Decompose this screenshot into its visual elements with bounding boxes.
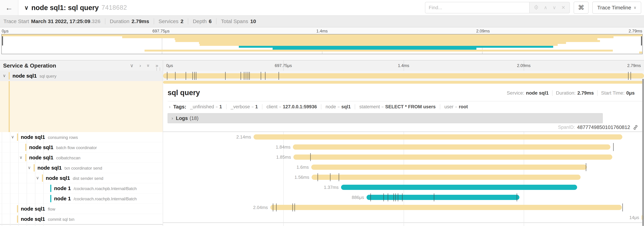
span-tree-column: ∨node sql1sql query ∨node sql1consuming …	[0, 71, 163, 226]
tag-value: SELECT * FROM users	[385, 104, 436, 110]
trace-timeline-dropdown[interactable]: Trace Timeline ∨	[592, 2, 641, 14]
span-detail-header: sql query Service:node sql1Duration:2.79…	[168, 84, 644, 99]
log-tick	[434, 193, 434, 201]
chevron-down-icon[interactable]: ∨	[3, 73, 6, 78]
ruler-gridline	[404, 60, 404, 71]
span-operation-name: batch flow coordinator	[56, 145, 97, 150]
tree-row[interactable]: node sql1commit sql txn	[0, 214, 163, 224]
tag-item[interactable]: node=sql1	[326, 104, 350, 110]
span-id-row: SpanID: 4877749850101760812	[558, 124, 638, 130]
span-bar-row[interactable]: 1.56ms	[163, 172, 644, 182]
scrollbar-thumb[interactable]	[642, 79, 644, 226]
ruler-gridline	[283, 60, 284, 71]
tag-item[interactable]: user=root	[444, 104, 468, 110]
tree-row[interactable]: node 1/cockroach.roachpb.Internal/Batch	[0, 193, 163, 204]
span-color-bar	[34, 164, 35, 171]
chevron-down-icon[interactable]: ∨	[11, 135, 14, 139]
tree-row[interactable]: node sql1batch flow coordinator	[0, 142, 163, 153]
trace-info-value: 2	[180, 19, 184, 24]
log-tick	[388, 193, 388, 201]
chevron-down-icon[interactable]: ∨	[36, 175, 39, 180]
tag-key: _unfinished	[190, 104, 214, 110]
span-bar-row[interactable]: 1.37ms	[163, 182, 644, 192]
span-bar[interactable]	[366, 195, 520, 200]
logs-row[interactable]: › Logs (18)	[168, 113, 603, 123]
tag-key: statement	[359, 104, 380, 110]
span-bar-row[interactable]	[163, 71, 644, 81]
span-service-name: node sql1colbatchscan	[29, 155, 80, 161]
minimap-canvas[interactable]	[2, 34, 642, 54]
span-bar-row[interactable]: 1.85ms	[163, 152, 644, 162]
logs-title: Logs	[176, 115, 188, 121]
span-bar[interactable]	[293, 144, 610, 150]
span-bar[interactable]	[311, 164, 587, 170]
keyboard-shortcuts-button[interactable]: ⌘	[574, 2, 588, 14]
chevron-down-icon[interactable]: ∨	[20, 155, 22, 160]
time-tick-label: 2.09ms	[476, 29, 490, 34]
log-tick	[273, 203, 273, 211]
vertical-scrollbar[interactable]	[642, 71, 644, 226]
collapse-all-icon[interactable]: »	[146, 64, 151, 67]
clear-find-icon[interactable]: ✕	[561, 5, 565, 10]
trace-collapse-chevron-icon[interactable]: ∨	[24, 4, 28, 11]
tree-row[interactable]: ∨node sql1txn coordinator send	[0, 163, 163, 173]
span-bar-row[interactable]: 2.14ms	[163, 132, 644, 142]
tag-item[interactable]: client=127.0.0.1:59936	[266, 104, 317, 110]
expand-one-icon[interactable]: ›	[140, 63, 141, 68]
tree-row[interactable]: node 1/cockroach.roachpb.Internal/Batch	[0, 183, 163, 193]
span-meta-item: Start Time:0μs	[597, 90, 638, 96]
divider	[440, 104, 440, 109]
back-button[interactable]: ←	[0, 0, 18, 15]
span-bar[interactable]	[270, 205, 622, 210]
span-duration-label: 1.6ms	[296, 162, 309, 172]
deep-link-icon[interactable]	[633, 125, 638, 130]
tree-row[interactable]: ∨node sql1sql query	[0, 71, 163, 81]
divider	[262, 104, 262, 109]
divider	[355, 104, 355, 109]
span-bar[interactable]	[163, 73, 644, 78]
tree-row[interactable]: ∨node sql1dist sender send	[0, 173, 163, 183]
tree-row[interactable]: node sql1flow	[0, 204, 163, 214]
find-group: ∧ ∨ ✕	[425, 2, 570, 13]
span-bar-row[interactable]: 886μs	[163, 192, 644, 202]
tag-item[interactable]: _unfinished=1	[190, 104, 222, 110]
span-bar[interactable]	[294, 154, 612, 160]
chevron-right-icon: ›	[172, 116, 173, 121]
span-bar[interactable]	[254, 134, 622, 140]
span-bar-row[interactable]: 14μs	[163, 212, 644, 222]
timeline-minimap: 0μs697.75μs1.4ms2.09ms2.79ms	[0, 28, 644, 60]
divider	[321, 104, 321, 109]
find-tools: ∧ ∨ ✕	[529, 2, 570, 13]
column-resize-handle[interactable]: ❘❘	[155, 67, 162, 71]
span-operation-name: consuming rows	[48, 135, 78, 140]
tags-row[interactable]: › Tags: _unfinished=1_verbose=1client=12…	[168, 102, 644, 112]
span-bar-row[interactable]: 1.6ms	[163, 162, 644, 172]
prev-match-icon[interactable]: ∧	[544, 5, 548, 10]
span-meta-label: Start Time:	[601, 90, 624, 96]
span-service-name: node sql1consuming rows	[21, 134, 78, 140]
log-tick	[370, 193, 371, 201]
collapse-one-icon[interactable]: ∨	[130, 63, 134, 68]
find-input[interactable]	[425, 2, 529, 13]
next-match-icon[interactable]: ∨	[552, 5, 556, 10]
selected-span-bar[interactable]	[163, 81, 644, 84]
tag-item[interactable]: statement=SELECT * FROM users	[359, 104, 436, 110]
span-bar-row[interactable]: 2.04ms	[163, 202, 644, 212]
span-bar-row[interactable]: 1.84ms	[163, 142, 644, 152]
span-operation-name: sql query	[40, 74, 56, 78]
tree-row[interactable]: ∨node sql1consuming rows	[0, 132, 163, 142]
time-tick-label: 697.75μs	[152, 29, 170, 34]
logs-count: (18)	[190, 115, 198, 121]
span-bar[interactable]	[312, 175, 580, 180]
log-tick	[330, 173, 330, 181]
span-duration-label: 14μs	[629, 212, 639, 222]
span-bar[interactable]	[341, 185, 577, 190]
span-operation-name: dist sender send	[73, 176, 103, 181]
tag-item[interactable]: _verbose=1	[231, 104, 258, 110]
equals-sign: =	[382, 105, 384, 109]
tree-row[interactable]: ∨node sql1colbatchscan	[0, 153, 163, 163]
span-meta-item: Duration:2.79ms	[552, 90, 598, 96]
chevron-down-icon[interactable]: ∨	[28, 165, 31, 170]
match-locate-icon[interactable]	[534, 5, 539, 11]
minimap-span-bar	[2, 34, 642, 36]
